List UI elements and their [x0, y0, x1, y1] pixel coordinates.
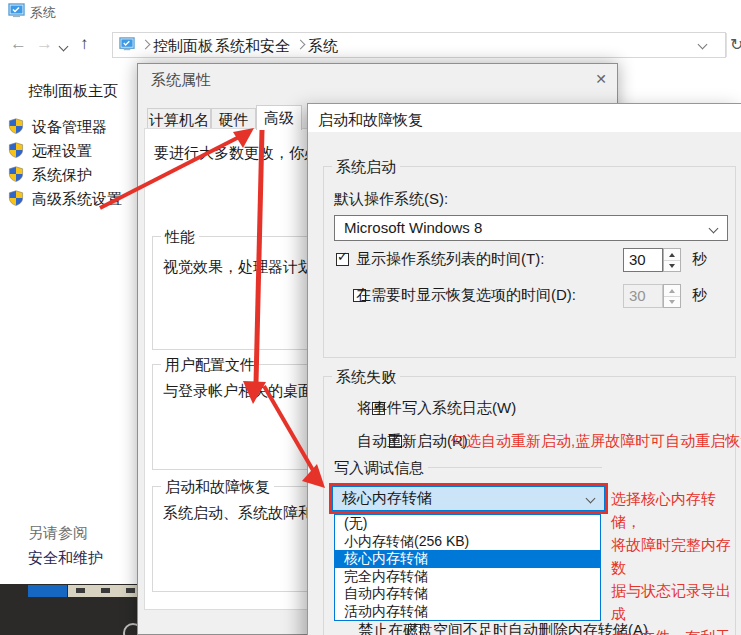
breadcrumb-monitor-icon	[119, 37, 135, 56]
dump-option-active[interactable]: 活动内存转储	[335, 603, 600, 621]
history-chevron-icon[interactable]	[59, 42, 69, 52]
startup-recovery-dialog: 启动和故障恢复 系统启动 默认操作系统(S): Microsoft Window…	[307, 103, 741, 635]
group-text: 与登录帐户相关的桌面设	[163, 382, 328, 401]
sidebar-item-advanced-system-settings[interactable]: 高级系统设置	[32, 190, 122, 209]
write-event-log-label: 将事件写入系统日志(W)	[357, 399, 516, 418]
default-os-value: Microsoft Windows 8	[344, 219, 482, 236]
group-text: 视觉效果，处理器计划，	[163, 258, 328, 277]
recovery-seconds-input: 30	[623, 284, 663, 308]
show-recovery-options-label: 在需要时显示恢复选项的时间(D):	[356, 286, 576, 305]
chevron-down-icon	[586, 494, 596, 504]
dialog-title: 启动和故障恢复	[318, 111, 423, 130]
dump-option-small[interactable]: 小内存转储(256 KB)	[335, 533, 600, 551]
dump-option-complete[interactable]: 完全内存转储	[335, 568, 600, 586]
group-legend: 系统失败	[332, 368, 400, 387]
background-window-fragment	[28, 585, 67, 597]
dialog-titlebar: 启动和故障恢复	[308, 104, 741, 132]
shield-icon	[8, 166, 24, 186]
dump-type-value: 核心内存转储	[342, 489, 432, 508]
breadcrumb-system-security[interactable]: 系统和安全	[215, 37, 290, 56]
group-legend: 启动和故障恢复	[161, 478, 274, 497]
chevron-down-icon	[709, 224, 719, 234]
nav-divider	[726, 33, 727, 57]
refresh-button[interactable]: ↻	[730, 35, 741, 54]
sidebar-item-security-maintenance[interactable]: 安全和维护	[28, 549, 103, 568]
show-os-list-checkbox[interactable]: ✓	[336, 253, 349, 266]
close-icon[interactable]: ✕	[586, 67, 616, 91]
forward-button[interactable]: →	[36, 34, 53, 54]
debug-section-line	[428, 467, 602, 468]
show-os-list-label: 显示操作系统列表的时间(T):	[356, 250, 544, 269]
default-os-select[interactable]: Microsoft Windows 8	[334, 215, 728, 241]
auto-restart-annotation: 勾选自动重新启动,蓝屏故障时可自动重启恢复	[451, 432, 741, 451]
tab-advanced[interactable]: 高级	[256, 105, 302, 130]
dump-option-automatic[interactable]: 自动内存转储	[335, 585, 600, 603]
os-list-seconds-stepper[interactable]	[663, 248, 681, 272]
breadcrumb-system[interactable]: 系统	[308, 37, 338, 56]
sidebar-item-control-panel-home[interactable]: 控制面板主页	[28, 82, 118, 101]
sidebar-item-system-protection[interactable]: 系统保护	[32, 166, 92, 185]
default-os-label: 默认操作系统(S):	[334, 190, 448, 209]
sidebar-item-remote-settings[interactable]: 远程设置	[32, 142, 92, 161]
shield-icon	[8, 190, 24, 210]
seconds-unit: 秒	[692, 250, 707, 269]
recovery-seconds-stepper	[663, 284, 681, 308]
screen: { "icons": {"back":"←","forward":"→","up…	[0, 0, 741, 635]
dump-combo-red-highlight: 核心内存转储	[329, 483, 608, 514]
stepper-down-icon[interactable]	[664, 260, 680, 271]
dump-type-listbox: (无) 小内存转储(256 KB) 核心内存转储 完全内存转储 自动内存转储 活…	[334, 514, 601, 621]
group-legend: 性能	[161, 228, 199, 247]
window-title: 系统	[30, 4, 56, 22]
see-also-header: 另请参阅	[28, 524, 88, 543]
os-list-seconds-input[interactable]: 30	[623, 248, 663, 272]
stepper-down-icon	[664, 296, 680, 307]
up-button[interactable]: ↑	[80, 34, 89, 54]
dump-option-none[interactable]: (无)	[335, 515, 600, 533]
dialog-title: 系统属性	[151, 71, 211, 90]
sidebar-item-device-manager[interactable]: 设备管理器	[32, 118, 107, 137]
dump-choice-annotation: 选择核心内存转储， 将故障时完整内存数 据与状态记录导出成 dmp文件，有利于问…	[611, 487, 741, 635]
write-debug-info-label: 写入调试信息	[334, 459, 424, 478]
tab-hardware[interactable]: 硬件	[211, 108, 256, 129]
group-legend: 用户配置文件	[161, 356, 259, 375]
tab-computer-name[interactable]: 计算机名	[147, 108, 211, 129]
dump-option-kernel[interactable]: 核心内存转储	[335, 550, 600, 568]
shield-icon	[8, 118, 24, 138]
back-button[interactable]: ←	[10, 34, 27, 54]
group-legend: 系统启动	[332, 158, 400, 177]
seconds-unit: 秒	[692, 286, 707, 305]
group-text: 系统启动、系统故障和调	[163, 504, 328, 523]
background-toolbar-fragment	[68, 585, 141, 597]
app-monitor-icon	[8, 3, 25, 23]
disable-auto-delete-label: 禁止在磁盘空间不足时自动删除内存转储(A)	[358, 621, 648, 635]
shield-icon	[8, 142, 24, 162]
dump-type-select[interactable]: 核心内存转储	[332, 486, 605, 511]
